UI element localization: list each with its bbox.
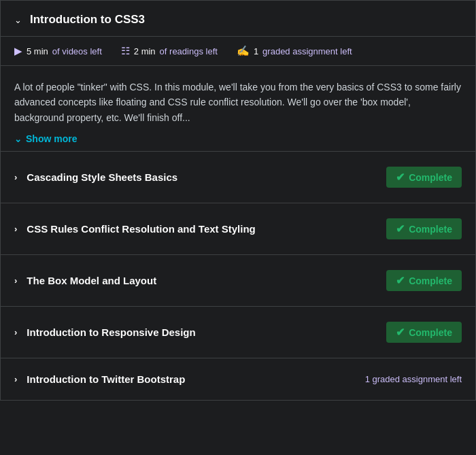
lesson-item[interactable]: ›Introduction to Responsive Design✔Compl… — [1, 307, 475, 358]
module-container: ⌄ Introduction to CSS3 ▶ 5 min of videos… — [0, 0, 476, 401]
module-toggle-icon[interactable]: ⌄ — [14, 15, 22, 25]
complete-label: Complete — [409, 327, 452, 338]
module-header: ⌄ Introduction to CSS3 — [1, 1, 475, 37]
lesson-left: ›CSS Rules Conflict Resolution and Text … — [14, 223, 256, 235]
show-more-label: Show more — [26, 133, 77, 144]
lesson-item[interactable]: ›CSS Rules Conflict Resolution and Text … — [1, 203, 475, 255]
complete-check-icon: ✔ — [396, 326, 405, 339]
readings-bold: 2 min — [134, 46, 156, 56]
lesson-title: CSS Rules Conflict Resolution and Text S… — [27, 223, 255, 235]
videos-meta: ▶ 5 min of videos left — [14, 45, 102, 57]
assignment-text: graded assignment left — [262, 46, 352, 56]
assignment-meta: ✍ 1 graded assignment left — [237, 45, 352, 57]
complete-check-icon: ✔ — [396, 222, 405, 235]
assignment-icon: ✍ — [237, 45, 250, 57]
lesson-expand-icon[interactable]: › — [14, 374, 17, 384]
lesson-left: ›Introduction to Responsive Design — [14, 326, 196, 338]
complete-badge: ✔Complete — [386, 322, 462, 343]
lesson-right: ✔Complete — [386, 322, 462, 343]
show-more-button[interactable]: ⌄ Show more — [14, 133, 77, 144]
assignment-bold: 1 — [254, 46, 258, 56]
lesson-item[interactable]: ›Cascading Style Sheets Basics✔Complete — [1, 152, 475, 203]
complete-badge: ✔Complete — [386, 167, 462, 188]
complete-check-icon: ✔ — [396, 171, 405, 184]
videos-bold: 5 min — [27, 46, 48, 56]
lesson-expand-icon[interactable]: › — [14, 172, 17, 182]
lesson-right: ✔Complete — [386, 167, 462, 188]
complete-label: Complete — [409, 172, 452, 183]
lesson-right: ✔Complete — [386, 218, 462, 239]
lesson-left: ›Cascading Style Sheets Basics — [14, 171, 177, 183]
complete-label: Complete — [409, 224, 452, 235]
lesson-title: Introduction to Twitter Bootstrap — [27, 373, 185, 385]
complete-check-icon: ✔ — [396, 274, 405, 287]
video-icon: ▶ — [14, 45, 22, 57]
lesson-item[interactable]: ›The Box Model and Layout✔Complete — [1, 255, 475, 307]
lesson-item[interactable]: ›Introduction to Twitter Bootstrap1 grad… — [1, 358, 475, 400]
lesson-expand-icon[interactable]: › — [14, 327, 17, 337]
show-more-icon: ⌄ — [14, 134, 22, 144]
complete-label: Complete — [409, 275, 452, 286]
complete-badge: ✔Complete — [386, 270, 462, 291]
graded-label: 1 graded assignment left — [365, 374, 462, 384]
lesson-title: The Box Model and Layout — [27, 275, 156, 286]
lesson-left: ›Introduction to Twitter Bootstrap — [14, 373, 185, 385]
lesson-expand-icon[interactable]: › — [14, 224, 17, 234]
lesson-right: 1 graded assignment left — [365, 374, 462, 384]
readings-text: of readings left — [160, 46, 218, 56]
lesson-right: ✔Complete — [386, 270, 462, 291]
complete-badge: ✔Complete — [386, 218, 462, 239]
lesson-left: ›The Box Model and Layout — [14, 275, 156, 286]
readings-meta: ☷ 2 min of readings left — [121, 45, 218, 57]
module-meta: ▶ 5 min of videos left ☷ 2 min of readin… — [1, 37, 475, 66]
module-title: Introduction to CSS3 — [30, 13, 145, 27]
description-text: A lot of people "tinker" with CSS. In th… — [14, 80, 462, 125]
module-description: A lot of people "tinker" with CSS. In th… — [1, 66, 475, 152]
lesson-title: Cascading Style Sheets Basics — [27, 171, 177, 183]
lesson-expand-icon[interactable]: › — [14, 275, 17, 286]
lesson-title: Introduction to Responsive Design — [27, 326, 195, 338]
readings-icon: ☷ — [121, 45, 130, 57]
lessons-list: ›Cascading Style Sheets Basics✔Complete›… — [1, 152, 475, 400]
videos-text: of videos left — [52, 46, 102, 56]
